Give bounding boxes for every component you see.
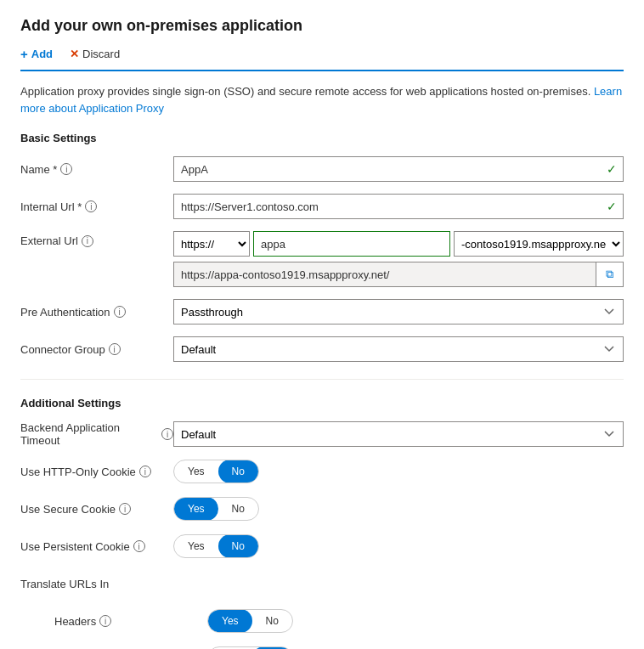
name-input[interactable] (173, 156, 624, 182)
secure-cookie-no[interactable]: No (218, 497, 258, 521)
backend-timeout-select[interactable]: Default Long (173, 421, 624, 447)
persistent-cookie-yes[interactable]: Yes (174, 534, 218, 558)
external-subdomain-input[interactable] (253, 231, 450, 257)
headers-toggle[interactable]: Yes No (207, 609, 293, 633)
headers-label: Headers i (54, 615, 207, 628)
http-only-cookie-no[interactable]: No (218, 460, 258, 483)
name-check-icon: ✓ (607, 162, 617, 176)
secure-cookie-row: Use Secure Cookie i Yes No (20, 496, 624, 522)
connector-group-label: Connector Group i (20, 343, 173, 356)
headers-yes[interactable]: Yes (208, 609, 252, 633)
persistent-cookie-toggle-wrap: Yes No (173, 534, 624, 558)
persistent-cookie-row: Use Persistent Cookie i Yes No (20, 533, 624, 559)
persistent-cookie-toggle[interactable]: Yes No (173, 534, 259, 558)
translate-urls-label: Translate URLs In (20, 578, 173, 590)
pre-auth-select[interactable]: Passthrough Azure Active Directory (173, 299, 624, 324)
http-only-cookie-label: Use HTTP-Only Cookie i (20, 466, 173, 478)
headers-info-icon[interactable]: i (99, 615, 111, 627)
discard-button[interactable]: ✕ Discard (70, 48, 120, 60)
name-label: Name * i (20, 163, 173, 176)
connector-group-select-wrap: Default (173, 336, 624, 362)
internal-url-label: Internal Url * i (20, 200, 173, 213)
app-body-row: Application Body i Yes No (20, 646, 624, 649)
external-scheme-select[interactable]: https:// http:// (173, 231, 250, 257)
pre-auth-row: Pre Authentication i Passthrough Azure A… (20, 299, 624, 324)
backend-timeout-row: Backend Application Timeout i Default Lo… (20, 421, 624, 447)
persistent-cookie-label: Use Persistent Cookie i (20, 540, 173, 553)
backend-timeout-info-icon[interactable]: i (161, 428, 173, 440)
http-only-cookie-toggle-wrap: Yes No (173, 460, 624, 483)
x-icon: ✕ (70, 48, 79, 60)
headers-toggle-wrap: Yes No (207, 609, 624, 633)
pre-auth-select-wrap: Passthrough Azure Active Directory (173, 299, 624, 324)
internal-url-input-wrap: ✓ (173, 194, 624, 219)
secure-cookie-info-icon[interactable]: i (119, 503, 131, 515)
page-title: Add your own on-premises application (20, 17, 624, 35)
pre-auth-info-icon[interactable]: i (114, 306, 126, 318)
external-url-full: https://appa-contoso1919.msappproxy.net/… (173, 262, 624, 287)
translate-urls-row: Translate URLs In (20, 571, 624, 596)
internal-url-check-icon: ✓ (607, 200, 617, 213)
name-row: Name * i ✓ (20, 156, 624, 182)
internal-url-input[interactable] (173, 194, 624, 219)
http-only-cookie-row: Use HTTP-Only Cookie i Yes No (20, 459, 624, 484)
secure-cookie-label: Use Secure Cookie i (20, 503, 173, 516)
internal-url-info-icon[interactable]: i (85, 200, 97, 212)
discard-label: Discard (82, 48, 120, 60)
description-text: Application proxy provides single sign-o… (20, 83, 624, 116)
http-only-cookie-info-icon[interactable]: i (139, 466, 151, 477)
external-url-label: External Url i (20, 231, 173, 247)
secure-cookie-toggle[interactable]: Yes No (173, 497, 259, 521)
external-url-row: External Url i https:// http:// -contoso… (20, 231, 624, 287)
name-input-wrap: ✓ (173, 156, 624, 182)
external-domain-select[interactable]: -contoso1919.msappproxy.net/ (454, 231, 624, 257)
external-url-display: https://appa-contoso1919.msappproxy.net/ (173, 262, 596, 287)
add-label: Add (31, 48, 53, 60)
internal-url-row: Internal Url * i ✓ (20, 194, 624, 219)
pre-auth-label: Pre Authentication i (20, 306, 173, 319)
http-only-cookie-toggle[interactable]: Yes No (173, 460, 259, 483)
toolbar: + Add ✕ Discard (20, 47, 624, 71)
connector-group-row: Connector Group i Default (20, 336, 624, 362)
secure-cookie-toggle-wrap: Yes No (173, 497, 624, 521)
connector-group-select[interactable]: Default (173, 336, 624, 362)
copy-icon: ⧉ (606, 268, 613, 281)
description-body: Application proxy provides single sign-o… (20, 85, 594, 98)
headers-no[interactable]: No (252, 609, 292, 633)
secure-cookie-yes[interactable]: Yes (174, 497, 218, 521)
backend-timeout-select-wrap: Default Long (173, 421, 624, 447)
section-divider (20, 379, 624, 380)
external-url-controls: https:// http:// -contoso1919.msappproxy… (173, 231, 624, 287)
persistent-cookie-info-icon[interactable]: i (133, 540, 145, 552)
external-url-info-icon[interactable]: i (82, 235, 93, 247)
connector-group-info-icon[interactable]: i (109, 343, 121, 355)
http-only-cookie-yes[interactable]: Yes (174, 460, 218, 483)
external-url-top: https:// http:// -contoso1919.msappproxy… (173, 231, 624, 257)
add-button[interactable]: + Add (20, 47, 53, 61)
copy-url-button[interactable]: ⧉ (596, 262, 624, 287)
basic-settings-title: Basic Settings (20, 132, 624, 144)
persistent-cookie-no[interactable]: No (218, 534, 258, 558)
plus-icon: + (20, 47, 28, 61)
headers-row: Headers i Yes No (20, 608, 624, 634)
additional-settings-title: Additional Settings (20, 397, 624, 409)
name-info-icon[interactable]: i (60, 163, 72, 175)
backend-timeout-label: Backend Application Timeout i (20, 421, 173, 447)
